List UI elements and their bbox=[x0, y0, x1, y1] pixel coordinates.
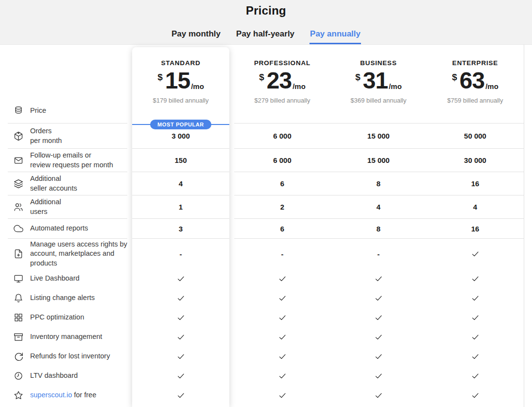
inventory-management-value-professional bbox=[234, 327, 330, 347]
plan-name: BUSINESS bbox=[360, 59, 396, 67]
feature-row-inventory-management: Inventory management bbox=[0, 327, 532, 347]
check-icon bbox=[471, 313, 480, 322]
feature-label: Manage users access rights byaccount, ma… bbox=[30, 240, 127, 267]
superscout-free-value-standard bbox=[132, 386, 229, 405]
check-icon bbox=[374, 372, 383, 381]
plan-header-professional: PROFESSIONAL $23/mo $279 billed annually bbox=[234, 45, 330, 123]
value-text: 3 bbox=[179, 225, 183, 233]
feature-row-orders-per-month: Ordersper month3 0006 00015 00050 000 bbox=[0, 123, 532, 148]
value-text: 8 bbox=[377, 179, 380, 188]
package-icon bbox=[14, 131, 23, 141]
check-icon bbox=[374, 313, 383, 322]
listing-change-alerts-value-business bbox=[330, 288, 427, 308]
plan-name: PROFESSIONAL bbox=[254, 59, 310, 67]
value-text: 6 000 bbox=[273, 132, 292, 140]
plan-name: ENTERPRISE bbox=[452, 59, 498, 67]
ltv-dashboard-value-business bbox=[330, 366, 427, 386]
check-icon bbox=[176, 372, 186, 381]
automated-reports-value-standard: 3 bbox=[132, 218, 229, 238]
additional-users-value-enterprise: 4 bbox=[427, 195, 524, 218]
superscout-free-value-business bbox=[330, 386, 427, 405]
refunds-lost-inventory-value-professional bbox=[234, 347, 330, 366]
manage-users-access-value-business: - bbox=[330, 238, 427, 269]
plans-header-row: Price STANDARD $15/mo $179 billed annual… bbox=[0, 45, 532, 123]
pricing-rows: Price STANDARD $15/mo $179 billed annual… bbox=[0, 45, 532, 407]
value-text: 15 000 bbox=[367, 132, 390, 140]
plan-header-business: BUSINESS $31/mo $369 billed annually bbox=[330, 45, 427, 123]
tab-pay-annually[interactable]: Pay annually bbox=[309, 29, 361, 44]
check-icon bbox=[176, 274, 186, 283]
feature-manage-users-access: Manage users access rights byaccount, ma… bbox=[8, 238, 127, 269]
ppc-optimization-value-business bbox=[330, 308, 427, 327]
check-icon bbox=[176, 352, 186, 361]
tab-pay-monthly[interactable]: Pay monthly bbox=[171, 29, 221, 44]
feature-label: LTV dashboard bbox=[30, 371, 78, 380]
tab-pay-half-yearly[interactable]: Pay half-yearly bbox=[236, 29, 295, 44]
price-amount: 23 bbox=[267, 69, 292, 92]
pricing-table: Price STANDARD $15/mo $179 billed annual… bbox=[0, 45, 532, 407]
manage-users-access-value-standard: - bbox=[132, 238, 229, 269]
inventory-icon bbox=[14, 332, 23, 342]
feature-label: Follow-up emails orreview requests per m… bbox=[30, 151, 113, 169]
most-popular-overlay: MOST POPULAR bbox=[132, 119, 229, 130]
feature-listing-change-alerts: Listing change alerts bbox=[8, 288, 127, 308]
feature-label: Refunds for lost inventory bbox=[30, 352, 110, 361]
feature-row-live-dashboard: Live Dashboard bbox=[0, 269, 532, 288]
automated-reports-value-professional: 6 bbox=[234, 218, 330, 238]
feature-orders-per-month: Ordersper month bbox=[8, 123, 127, 148]
feature-price: Price bbox=[8, 45, 127, 123]
check-icon bbox=[471, 372, 480, 381]
additional-seller-accounts-value-business: 8 bbox=[330, 172, 427, 195]
superscout-link[interactable]: superscout.io bbox=[30, 391, 72, 399]
check-icon bbox=[176, 313, 186, 322]
layers-icon bbox=[14, 179, 23, 189]
currency-symbol: $ bbox=[259, 72, 264, 82]
page-title: Pricing bbox=[0, 0, 532, 18]
star-icon bbox=[14, 390, 23, 400]
check-icon bbox=[278, 352, 287, 361]
follow-up-emails-value-standard: 150 bbox=[132, 148, 229, 172]
feature-inventory-management: Inventory management bbox=[8, 327, 127, 347]
value-text: 3 000 bbox=[172, 132, 190, 140]
feature-label: PPC optimization bbox=[30, 313, 84, 322]
plan-price: $31/mo bbox=[355, 69, 402, 92]
envelope-icon bbox=[14, 156, 23, 165]
feature-row-listing-change-alerts: Listing change alerts bbox=[0, 288, 532, 308]
inventory-management-value-enterprise bbox=[427, 327, 524, 347]
additional-seller-accounts-value-standard: 4 bbox=[132, 172, 229, 195]
manage-users-access-value-enterprise bbox=[427, 238, 524, 269]
check-icon bbox=[176, 333, 186, 342]
check-icon bbox=[278, 372, 287, 381]
inventory-management-value-business bbox=[330, 327, 427, 347]
billed-annually: $369 billed annually bbox=[351, 97, 407, 104]
value-text: 150 bbox=[174, 156, 187, 164]
coins-icon bbox=[14, 106, 23, 115]
additional-users-value-professional: 2 bbox=[234, 195, 330, 218]
plan-price: $15/mo bbox=[157, 69, 204, 92]
check-icon bbox=[471, 391, 480, 400]
additional-users-value-standard: 1 bbox=[132, 195, 229, 218]
orders-per-month-value-professional: 6 000 bbox=[234, 123, 330, 148]
ppc-optimization-value-enterprise bbox=[427, 308, 524, 327]
feature-label: Automated reports bbox=[30, 224, 88, 233]
value-text: 6 bbox=[280, 179, 284, 188]
live-dashboard-value-business bbox=[330, 269, 427, 288]
ppc-optimization-value-professional bbox=[234, 308, 330, 327]
price-period: /mo bbox=[389, 83, 402, 90]
listing-change-alerts-value-professional bbox=[234, 288, 330, 308]
check-icon bbox=[374, 274, 383, 283]
feature-ppc-optimization: PPC optimization bbox=[8, 308, 127, 327]
orders-per-month-value-enterprise: 50 000 bbox=[427, 123, 524, 148]
value-text: - bbox=[378, 250, 380, 258]
manage-users-access-value-professional: - bbox=[234, 238, 330, 269]
feature-row-superscout-free: superscout.io for free bbox=[0, 386, 532, 405]
feature-superscout-free: superscout.io for free bbox=[8, 386, 127, 405]
plan-name: STANDARD bbox=[161, 59, 200, 67]
feature-additional-seller-accounts: Additionalseller accounts bbox=[8, 172, 127, 195]
orders-per-month-value-business: 15 000 bbox=[330, 123, 427, 148]
value-text: 16 bbox=[471, 225, 480, 233]
check-icon bbox=[374, 352, 383, 361]
superscout-free-value-professional bbox=[234, 386, 330, 405]
value-text: - bbox=[180, 250, 182, 258]
value-text: 15 000 bbox=[367, 156, 390, 164]
